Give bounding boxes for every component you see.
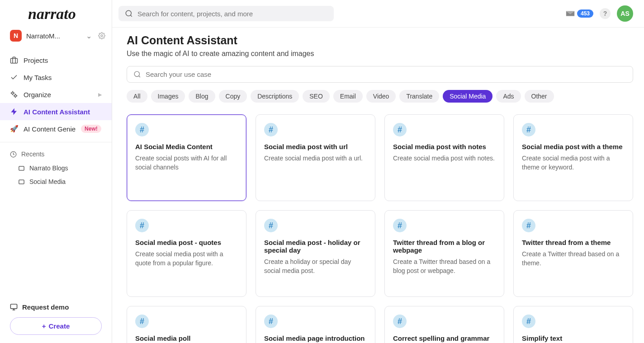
notification-count: 453 xyxy=(577,9,593,18)
usecase-card[interactable]: #Twitter thread from a blog or webpageCr… xyxy=(384,210,504,297)
nav-label: AI Content Assistant xyxy=(24,108,90,116)
usecase-card[interactable]: #Social media post - quotesCreate social… xyxy=(127,210,246,297)
nav-projects[interactable]: Projects xyxy=(0,52,112,69)
usecase-card[interactable]: #Social media post with notesCreate soci… xyxy=(384,114,504,201)
card-description: Create social media post with a theme or… xyxy=(522,154,625,172)
filter-chip-other[interactable]: Other xyxy=(525,90,554,103)
check-icon xyxy=(10,73,18,81)
filter-chip-email[interactable]: Email xyxy=(333,90,363,103)
filter-chip-ads[interactable]: Ads xyxy=(496,90,521,103)
svg-line-13 xyxy=(139,76,140,77)
card-title: AI Social Media Content xyxy=(135,143,238,150)
notifications[interactable]: 453 xyxy=(565,9,593,19)
recents-header: Recents xyxy=(0,147,112,161)
svg-point-3 xyxy=(14,95,17,97)
hash-icon: # xyxy=(264,219,278,232)
card-title: Social media poll xyxy=(135,334,238,342)
card-title: Twitter thread from a blog or webpage xyxy=(393,239,496,254)
usecase-search[interactable] xyxy=(127,66,633,83)
card-title: Social media post with url xyxy=(264,143,367,150)
card-description: Create social media post with a url. xyxy=(264,154,367,163)
svg-rect-1 xyxy=(11,58,18,63)
nav-ai-content-genie[interactable]: 🚀 AI Content Genie New! xyxy=(0,120,112,137)
nav-organize[interactable]: Organize ▶ xyxy=(0,86,112,103)
filter-chip-copy[interactable]: Copy xyxy=(219,90,247,103)
clock-icon xyxy=(10,151,17,158)
request-demo-link[interactable]: Request demo xyxy=(10,303,102,311)
filter-chip-images[interactable]: Images xyxy=(151,90,185,103)
search-input[interactable] xyxy=(137,10,327,18)
avatar[interactable]: AS xyxy=(617,5,633,22)
help-icon[interactable]: ? xyxy=(600,8,611,19)
hash-icon: # xyxy=(393,219,407,232)
hash-icon: # xyxy=(135,123,149,136)
filter-chip-descriptions[interactable]: Descriptions xyxy=(251,90,299,103)
filter-chip-social-media[interactable]: Social Media xyxy=(443,90,492,103)
divider xyxy=(0,142,112,142)
sidebar-footer: Request demo + Create xyxy=(0,297,112,343)
svg-rect-7 xyxy=(10,304,17,309)
nav-my-tasks[interactable]: My Tasks xyxy=(0,69,112,86)
filter-chip-video[interactable]: Video xyxy=(366,90,396,103)
workspace-selector[interactable]: N NarratoM... ⌄ xyxy=(0,27,112,48)
workspace-badge: N xyxy=(10,30,22,42)
usecase-card[interactable]: #Social media post - holiday or special … xyxy=(256,210,375,297)
recent-item[interactable]: Social Media xyxy=(0,175,112,188)
card-description: Create a Twitter thread based on a blog … xyxy=(393,258,496,275)
folder-icon xyxy=(18,179,25,185)
gear-icon[interactable] xyxy=(98,32,105,39)
chevron-down-icon[interactable]: ⌄ xyxy=(86,32,92,40)
usecase-card[interactable]: #Social media poll xyxy=(127,306,246,343)
svg-point-12 xyxy=(134,71,139,76)
card-title: Simplify text xyxy=(522,334,625,342)
filter-chip-translate[interactable]: Translate xyxy=(399,90,439,103)
filter-chip-seo[interactable]: SEO xyxy=(303,90,330,103)
usecase-card[interactable]: #Social media post with a themeCreate so… xyxy=(513,114,633,201)
main-nav: Projects My Tasks Organize ▶ AI Content … xyxy=(0,48,112,137)
recent-label: Social Media xyxy=(29,178,66,185)
usecase-search-input[interactable] xyxy=(146,70,626,78)
search-icon xyxy=(133,70,141,78)
chevron-right-icon: ▶ xyxy=(98,92,102,98)
hash-icon: # xyxy=(135,315,149,328)
nav-label: Projects xyxy=(24,56,48,64)
global-search[interactable] xyxy=(118,6,334,21)
recent-item[interactable]: Narrato Blogs xyxy=(0,161,112,175)
recent-label: Narrato Blogs xyxy=(29,164,68,172)
nav-label: My Tasks xyxy=(24,74,52,81)
nav-ai-content-assistant[interactable]: AI Content Assistant xyxy=(0,103,112,120)
card-title: Social media post - holiday or special d… xyxy=(264,239,367,254)
search-icon xyxy=(125,9,133,18)
create-label: Create xyxy=(49,322,70,330)
hash-icon: # xyxy=(264,123,278,136)
hash-icon: # xyxy=(393,123,407,136)
filter-chip-blog[interactable]: Blog xyxy=(189,90,215,103)
svg-line-11 xyxy=(130,15,132,16)
usecase-card[interactable]: #Twitter thread from a themeCreate a Twi… xyxy=(513,210,633,297)
hash-icon: # xyxy=(522,219,535,232)
logo-text: narrato xyxy=(28,5,76,22)
svg-rect-5 xyxy=(19,166,24,170)
cogs-icon xyxy=(10,90,18,99)
usecase-card[interactable]: #Simplify text xyxy=(513,306,633,343)
bolt-icon xyxy=(10,108,18,116)
card-description: Create social media post with a quote fr… xyxy=(135,250,238,268)
nav-label: AI Content Genie xyxy=(24,125,76,133)
request-demo-label: Request demo xyxy=(22,303,69,311)
folder-icon xyxy=(18,165,25,172)
hash-icon: # xyxy=(135,219,149,232)
page-subtitle: Use the magic of AI to create amazing co… xyxy=(127,50,633,58)
usecase-card[interactable]: #AI Social Media ContentCreate social po… xyxy=(127,114,246,201)
main: 453 ? AS AI Content Assistant Use the ma… xyxy=(112,0,644,343)
nav-label: Organize xyxy=(24,91,51,99)
usecase-card[interactable]: #Correct spelling and grammar xyxy=(384,306,504,343)
usecase-card[interactable]: #Social media page introduction xyxy=(256,306,375,343)
briefcase-icon xyxy=(10,56,18,64)
create-button[interactable]: + Create xyxy=(10,317,102,335)
svg-point-10 xyxy=(126,10,131,16)
workspace-name: NarratoM... xyxy=(26,32,81,40)
card-description: Create a holiday or special day social m… xyxy=(264,258,367,275)
usecase-card[interactable]: #Social media post with urlCreate social… xyxy=(256,114,375,201)
monitor-icon xyxy=(10,303,18,311)
filter-chip-all[interactable]: All xyxy=(127,90,147,103)
